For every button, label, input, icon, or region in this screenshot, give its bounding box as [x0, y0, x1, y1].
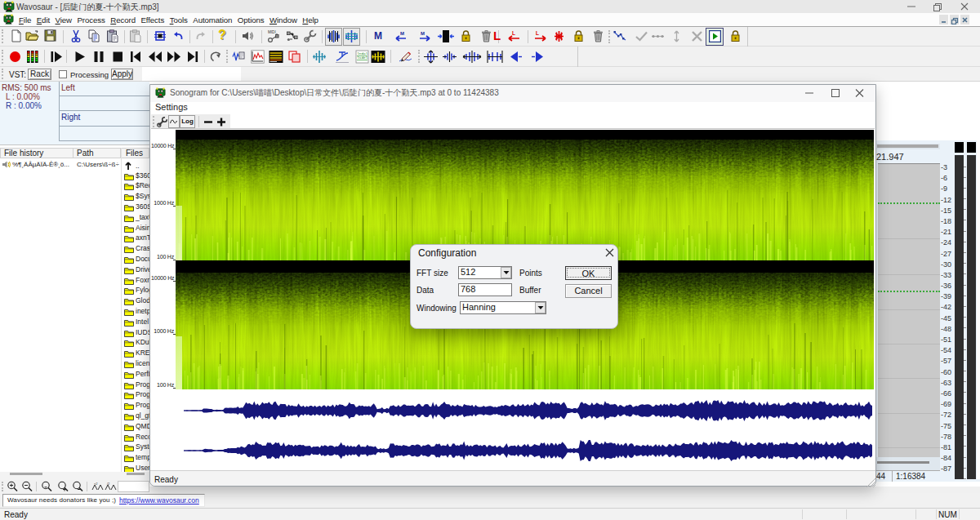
- svg-text:L: L: [536, 30, 539, 36]
- svg-text:L: L: [512, 30, 515, 36]
- svg-text:M: M: [400, 31, 404, 36]
- svg-text:/2: /2: [107, 482, 110, 486]
- svg-text:MIDI: MIDI: [268, 30, 276, 34]
- svg-text:×2: ×2: [94, 482, 98, 486]
- svg-text:M: M: [421, 31, 425, 36]
